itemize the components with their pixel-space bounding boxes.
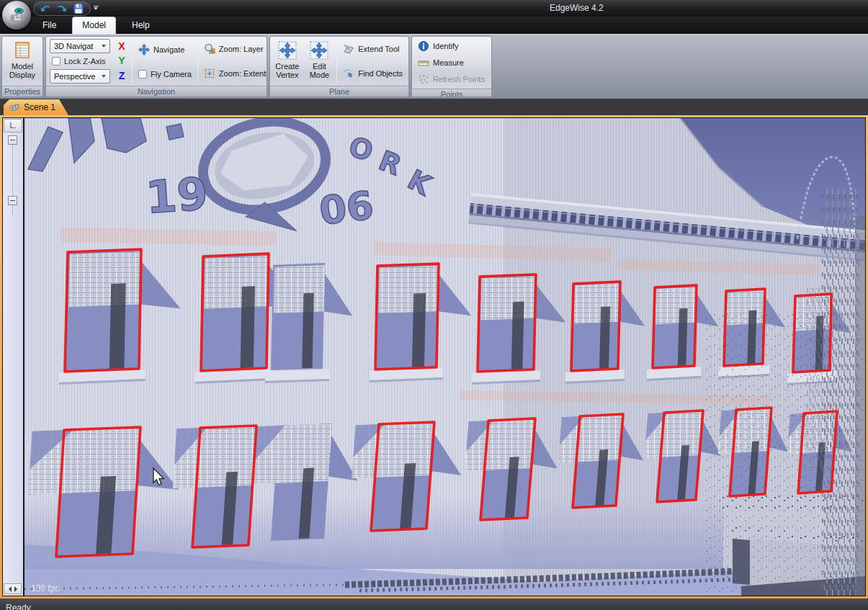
save-icon[interactable] xyxy=(73,3,84,14)
refresh-points-icon xyxy=(418,73,429,85)
axis-z-button[interactable]: Z xyxy=(115,69,128,83)
point-cloud-scene: 19 06 O R K xyxy=(24,118,865,596)
status-bar: Ready xyxy=(0,598,868,610)
lock-z-axis-checkbox[interactable]: Lock Z-Axis xyxy=(50,55,110,67)
zoom-layer-icon xyxy=(204,43,215,55)
clip-slider-handle-bottom[interactable] xyxy=(8,196,17,205)
find-objects-button[interactable]: Find Objects xyxy=(341,66,405,81)
lock-z-axis-label: Lock Z-Axis xyxy=(64,57,105,66)
scene-tab-strip: Scene 1 xyxy=(0,99,868,115)
zoom-extents-button[interactable]: Zoom: Extents xyxy=(202,66,267,81)
group-properties: Model Display Properties xyxy=(1,36,43,97)
sign-year-left: 19 xyxy=(144,167,210,224)
window-frame-bar xyxy=(302,293,314,369)
measure-button[interactable]: Measure xyxy=(416,55,487,70)
chevron-down-icon xyxy=(102,75,106,78)
projection-dropdown[interactable]: Perspective xyxy=(50,69,110,84)
window-frame-bar xyxy=(599,307,610,369)
scroll-right-icon[interactable] xyxy=(14,586,17,592)
find-objects-icon xyxy=(343,68,354,79)
create-vertex-button[interactable]: Create Vertex xyxy=(272,38,303,84)
identify-button[interactable]: Identify xyxy=(416,39,487,53)
undo-icon[interactable] xyxy=(40,3,51,14)
group-label-plane: Plane xyxy=(270,86,408,97)
window-frame-bar xyxy=(241,286,255,368)
fps-counter: 139 fps xyxy=(31,583,59,593)
window-frame-bar xyxy=(412,293,426,367)
extend-tool-icon xyxy=(343,43,354,55)
identify-icon xyxy=(418,40,429,52)
viewport-canvas[interactable]: 19 06 O R K xyxy=(24,118,865,596)
window-frame-bar xyxy=(511,302,524,369)
scene-tab[interactable]: Scene 1 xyxy=(4,99,68,115)
tab-file[interactable]: File xyxy=(33,17,66,34)
workspace-frame: L. xyxy=(0,115,868,598)
awning-fabric xyxy=(655,287,697,324)
status-text: Ready xyxy=(6,603,31,610)
window-frame-bar xyxy=(678,308,688,366)
checkbox-icon xyxy=(52,57,61,66)
edit-mode-label: Edit Mode xyxy=(305,62,335,79)
tab-model[interactable]: Model xyxy=(72,17,116,34)
edit-mode-button[interactable]: Edit Mode xyxy=(305,38,335,84)
extend-tool-button[interactable]: Extend Tool xyxy=(341,42,405,56)
axis-y-button[interactable]: Y xyxy=(115,54,128,68)
group-label-points: Points xyxy=(412,89,491,97)
model-display-icon xyxy=(13,41,32,60)
window-title: EdgeWise 4.2 xyxy=(550,3,604,13)
refresh-points-button: Refresh Points xyxy=(416,72,487,86)
zoom-layer-label: Zoom: Layer xyxy=(219,45,264,53)
pipe-valve-logo-icon xyxy=(7,6,26,24)
navigate-label: Navigate xyxy=(153,45,184,54)
application-menu-button[interactable] xyxy=(2,1,31,30)
awning-fabric xyxy=(204,256,269,309)
create-vertex-icon xyxy=(278,41,297,60)
title-bar: EdgeWise 4.2 xyxy=(0,0,868,17)
scroll-left-icon[interactable] xyxy=(9,586,12,592)
chevron-down-icon xyxy=(102,45,106,48)
awning-fabric xyxy=(378,266,439,313)
measure-label: Measure xyxy=(433,58,464,67)
nav-mode-value: 3D Navigat xyxy=(54,42,93,50)
awning-fabric xyxy=(68,251,141,307)
identify-label: Identify xyxy=(433,42,458,50)
quick-access-toolbar xyxy=(33,1,91,16)
zoom-extents-label: Zoom: Extents xyxy=(219,69,267,78)
window-frame-bar xyxy=(109,283,126,369)
customize-quick-access-icon[interactable] xyxy=(91,3,101,13)
create-vertex-label: Create Vertex xyxy=(272,62,303,79)
fly-camera-label: Fly Camera xyxy=(151,70,192,79)
projection-value: Perspective xyxy=(54,72,95,81)
measure-icon xyxy=(418,57,429,68)
redo-icon[interactable] xyxy=(56,3,68,14)
nav-mode-dropdown[interactable]: 3D Navigat xyxy=(50,39,110,53)
axis-x-button[interactable]: X xyxy=(115,40,128,53)
layers-panel-button[interactable]: L. xyxy=(4,119,22,133)
clip-slider-handle-top[interactable] xyxy=(8,135,17,145)
zoom-extents-icon xyxy=(204,68,215,79)
tab-help[interactable]: Help xyxy=(122,17,159,34)
awning-fabric xyxy=(480,277,536,320)
group-navigation: 3D Navigat Lock Z-Axis Perspective X Y xyxy=(45,36,267,97)
group-points: Identify Measure xyxy=(411,36,492,97)
ribbon-tab-row: File Model Help xyxy=(0,17,868,34)
zoom-layer-button[interactable]: Zoom: Layer xyxy=(202,42,267,56)
edgewise-window: EdgeWise 4.2 File Model Help Model Displ… xyxy=(0,0,868,610)
extend-tool-label: Extend Tool xyxy=(358,45,399,53)
awning-fabric xyxy=(274,265,325,313)
sign-year-right: 06 xyxy=(317,182,376,234)
group-plane: Create Vertex Edit Mode xyxy=(269,36,409,97)
navigate-button[interactable]: Navigate xyxy=(136,42,194,57)
scene-tab-label: Scene 1 xyxy=(24,102,55,112)
model-display-button[interactable]: Model Display xyxy=(6,38,39,84)
scene-tab-icon xyxy=(9,102,20,113)
refresh-points-label: Refresh Points xyxy=(433,75,485,84)
awning-fabric xyxy=(574,283,620,323)
model-display-label: Model Display xyxy=(6,62,39,79)
edit-mode-icon xyxy=(310,41,328,60)
side-panel: L. xyxy=(3,118,23,596)
ribbon: Model Display Properties 3D Navigat Lock… xyxy=(0,34,868,99)
fly-camera-checkbox[interactable]: Fly Camera xyxy=(136,68,194,80)
navigate-icon xyxy=(138,44,150,55)
horizontal-scrollbar[interactable] xyxy=(4,583,22,594)
